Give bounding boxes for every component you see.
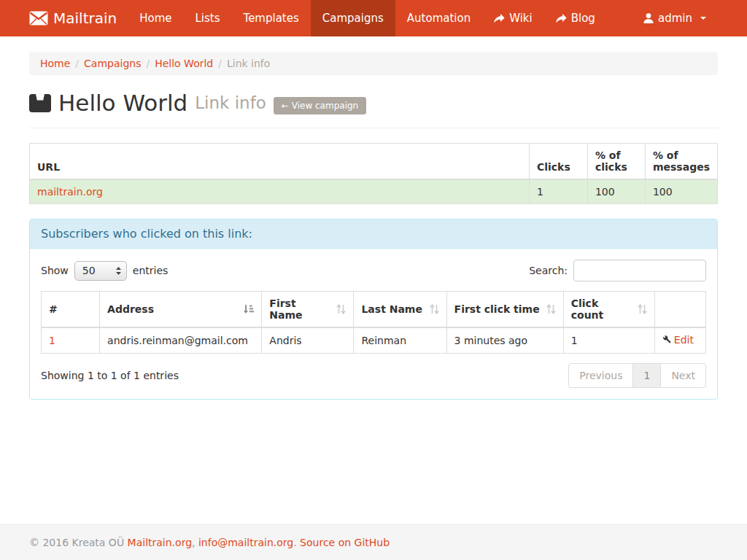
- breadcrumb-divider: /: [213, 58, 227, 69]
- search-input[interactable]: [573, 260, 706, 281]
- footer-source-link[interactable]: Source on GitHub: [300, 537, 390, 548]
- link-row: mailtrain.org 1 100 100: [30, 179, 718, 204]
- inbox-icon: [29, 93, 51, 113]
- top-navbar: Mailtrain Home Lists Templates Campaigns…: [0, 0, 747, 36]
- nav-item-campaigns[interactable]: Campaigns: [311, 0, 395, 36]
- edit-subscriber-link[interactable]: Edit: [662, 334, 694, 346]
- nav-label: Lists: [195, 12, 220, 25]
- sort-both-icon: [430, 304, 439, 314]
- title-divider: [29, 128, 718, 128]
- nav-item-wiki[interactable]: Wiki: [482, 0, 544, 36]
- nav-item-automation[interactable]: Automation: [395, 0, 482, 36]
- col-header-index[interactable]: #: [42, 292, 100, 328]
- user-label: admin: [658, 12, 692, 25]
- breadcrumb-home[interactable]: Home: [40, 58, 70, 69]
- back-arrow-icon: ←: [282, 101, 289, 111]
- page-length-value: 50: [82, 265, 96, 276]
- col-header-url: URL: [30, 144, 530, 180]
- link-clicks: 1: [529, 179, 587, 204]
- subscriber-index-link[interactable]: 1: [49, 335, 55, 346]
- col-header-click-count[interactable]: Click count: [563, 292, 654, 328]
- chevron-down-icon: [700, 17, 706, 20]
- breadcrumb-divider: /: [141, 58, 155, 69]
- view-campaign-label: View campaign: [292, 101, 358, 111]
- view-campaign-button[interactable]: ← View campaign: [274, 97, 366, 114]
- nav-label: Blog: [571, 12, 595, 25]
- col-header-label: Last Name: [361, 303, 422, 315]
- col-header-label: First Name: [269, 298, 332, 321]
- links-table: URL Clicks % of clicks % of messages mai…: [29, 143, 718, 204]
- nav-label: Automation: [407, 12, 471, 25]
- col-header-clicks: Clicks: [529, 144, 587, 180]
- breadcrumb-current: Link info: [227, 58, 270, 69]
- nav-label: Campaigns: [322, 12, 384, 25]
- nav-label: Home: [139, 12, 171, 25]
- link-pct-messages: 100: [645, 179, 717, 204]
- sort-both-icon: [638, 304, 647, 314]
- nav-label: Wiki: [509, 12, 533, 25]
- panel-title: Subscribers who clicked on this link:: [30, 219, 717, 249]
- wrench-icon: [662, 335, 673, 345]
- breadcrumb-campaign[interactable]: Hello World: [155, 58, 213, 69]
- sort-asc-icon: [243, 304, 254, 314]
- subscriber-first-name: Andris: [262, 327, 354, 354]
- pagination-next-button[interactable]: Next: [660, 363, 706, 388]
- page-title-text: Hello World: [58, 90, 187, 116]
- subscribers-panel: Subscribers who clicked on this link: Sh…: [29, 219, 718, 400]
- user-menu[interactable]: admin: [632, 0, 718, 36]
- breadcrumb-campaigns[interactable]: Campaigns: [84, 58, 141, 69]
- col-header-label: First click time: [454, 303, 540, 315]
- nav-item-blog[interactable]: Blog: [544, 0, 607, 36]
- footer-email-link[interactable]: info@mailtrain.org: [198, 537, 293, 548]
- col-header-label: #: [49, 303, 58, 315]
- sort-both-icon: [336, 304, 346, 314]
- site-footer: © 2016 Kreata OÜ Mailtrain.org, info@mai…: [0, 524, 747, 560]
- subscribers-header-row: # Address: [42, 292, 706, 328]
- footer-site-link[interactable]: Mailtrain.org: [128, 537, 192, 548]
- col-header-address[interactable]: Address: [100, 292, 262, 328]
- page-title: Hello World Link info: [29, 90, 266, 116]
- datatable-controls: Show 50 entries: [41, 260, 706, 281]
- search-label: Search:: [529, 265, 568, 276]
- show-label: Show: [41, 265, 69, 276]
- entries-label: entries: [133, 265, 169, 276]
- col-header-label: Click count: [571, 298, 633, 321]
- pagination: Previous 1 Next: [568, 363, 706, 388]
- copyright-text: © 2016 Kreata OÜ: [29, 537, 124, 548]
- share-arrow-icon: [556, 14, 567, 23]
- share-arrow-icon: [494, 14, 505, 23]
- nav-item-templates[interactable]: Templates: [232, 0, 311, 36]
- col-header-actions: [654, 292, 705, 328]
- col-header-pct-messages: % of messages: [645, 144, 717, 180]
- subscribers-table: # Address: [41, 291, 706, 354]
- subscriber-row: 1 andris.reinman@gmail.com Andris Reinma…: [42, 327, 706, 354]
- brand-link[interactable]: Mailtrain: [0, 0, 128, 36]
- navbar-menu: Home Lists Templates Campaigns Automatio…: [128, 0, 607, 36]
- nav-item-lists[interactable]: Lists: [183, 0, 231, 36]
- edit-label: Edit: [674, 334, 694, 346]
- col-header-pct-clicks: % of clicks: [587, 144, 645, 180]
- breadcrumb-divider: /: [70, 58, 84, 69]
- col-header-first-name[interactable]: First Name: [262, 292, 354, 328]
- pagination-previous-button[interactable]: Previous: [568, 363, 633, 388]
- nav-item-home[interactable]: Home: [128, 0, 183, 36]
- user-icon: [643, 13, 654, 23]
- sort-both-icon: [546, 304, 556, 314]
- link-pct-clicks: 100: [587, 179, 645, 204]
- page-header: Hello World Link info ← View campaign: [29, 90, 718, 116]
- page-subtitle: Link info: [195, 93, 266, 112]
- subscriber-address: andris.reinman@gmail.com: [100, 327, 262, 354]
- link-url[interactable]: mailtrain.org: [37, 186, 103, 198]
- col-header-first-click[interactable]: First click time: [446, 292, 563, 328]
- footer-separator: ,: [192, 537, 195, 548]
- table-summary: Showing 1 to 1 of 1 entries: [41, 370, 179, 381]
- subscriber-click-count: 1: [563, 327, 654, 354]
- col-header-last-name[interactable]: Last Name: [354, 292, 446, 328]
- subscriber-last-name: Reinman: [354, 327, 446, 354]
- page-length-select[interactable]: 50: [74, 261, 127, 281]
- breadcrumb: Home / Campaigns / Hello World / Link in…: [29, 52, 718, 75]
- footer-separator: .: [293, 537, 296, 548]
- envelope-icon: [29, 11, 48, 26]
- select-spinner-icon: [115, 266, 122, 276]
- pagination-page-1-button[interactable]: 1: [632, 363, 661, 388]
